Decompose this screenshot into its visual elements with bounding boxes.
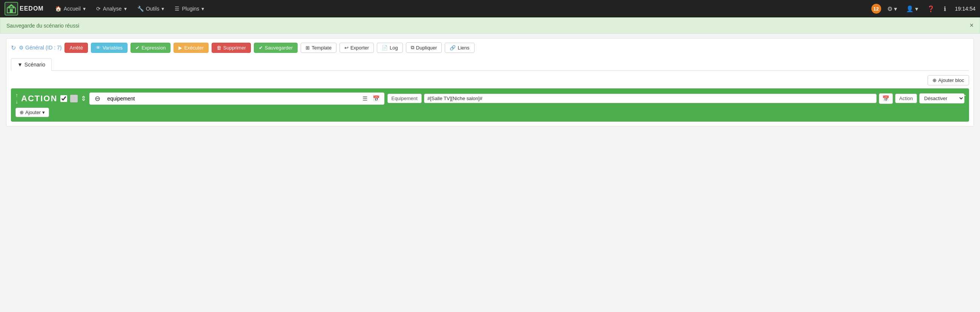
wrench-icon: 🔧 (137, 6, 144, 12)
chevron-down-icon: ▾ (201, 6, 204, 12)
equipment-label: Equipement (387, 94, 422, 103)
filter-icon: ▼ (18, 62, 22, 67)
brand-text: EEDOM (20, 5, 44, 12)
action-block-header: ↑ ↓ ACTION ⇕ ⊖ ☰ 📅 (16, 92, 964, 105)
analyse-icon: ⟳ (96, 6, 101, 12)
nav-right: 12 ⚙ ▾ 👤 ▾ ❓ ℹ 19:14:54 (871, 4, 976, 14)
sauvegarder-button[interactable]: ✔ Sauvegarder (254, 43, 298, 53)
calendar-icon-button[interactable]: 📅 (371, 94, 381, 103)
save-icon: ✔ (259, 45, 263, 51)
arrete-button[interactable]: Arrêté (65, 43, 88, 53)
action-row-right: Equipement 📅 Action Désactiver Activer (387, 93, 964, 104)
action-label: Action (895, 94, 917, 103)
content-area: ↻ ⚙ Général (ID : 7) Arrêté 👁 Variables … (0, 34, 980, 131)
action-checkbox[interactable] (60, 95, 67, 102)
liens-button[interactable]: 🔗 Liens (445, 43, 474, 53)
action-row-container: ⊖ ☰ 📅 Equipement 📅 Action Désactiver (89, 93, 964, 105)
navbar: EEDOM 🏠 Accueil ▾ ⟳ Analyse ▾ 🔧 Outils ▾… (0, 0, 980, 18)
supprimer-button[interactable]: 🗑 Supprimer (212, 43, 251, 53)
current-time: 19:14:54 (955, 6, 976, 12)
chevron-down-icon: ▾ (894, 5, 897, 13)
log-icon: 📄 (382, 45, 388, 51)
action-name-input[interactable] (105, 94, 358, 103)
logo-icon (5, 2, 18, 16)
user-icon: 👤 (906, 5, 913, 13)
info-icon: ℹ (944, 5, 946, 13)
info-btn[interactable]: ℹ (941, 4, 949, 14)
svg-rect-1 (10, 9, 13, 13)
nav-analyse[interactable]: ⟳ Analyse ▾ (91, 0, 132, 18)
nav-outils[interactable]: 🔧 Outils ▾ (132, 0, 170, 18)
alert-close-button[interactable]: × (969, 22, 974, 29)
scenario-refresh-icon[interactable]: ↻ (11, 44, 16, 51)
alert-success: Sauvegarde du scénario réussi × (0, 18, 980, 34)
add-bloc-bar: ⊕ Ajouter bloc (11, 70, 969, 88)
nav-accueil[interactable]: 🏠 Accueil ▾ (50, 0, 91, 18)
sort-icon: ↑ ↓ (16, 92, 19, 105)
executer-button[interactable]: ▶ Exécuter (173, 43, 208, 53)
question-icon: ❓ (927, 5, 935, 13)
general-tab-link[interactable]: ⚙ Général (ID : 7) (19, 45, 62, 51)
action-square (70, 95, 78, 102)
eye-icon: 👁 (96, 45, 101, 51)
chevron-down-icon: ▾ (124, 6, 127, 12)
gear-icon: ⚙ (887, 5, 892, 13)
log-button[interactable]: 📄 Log (377, 43, 403, 53)
action-block: ↑ ↓ ACTION ⇕ ⊖ ☰ 📅 (11, 88, 969, 122)
copy-icon: ⧉ (411, 45, 414, 51)
notification-badge[interactable]: 12 (871, 4, 881, 14)
tab-scenario[interactable]: ▼ Scénario (11, 58, 52, 70)
nav-plugins[interactable]: ☰ Plugins ▾ (169, 0, 209, 18)
settings-btn[interactable]: ⚙ ▾ (884, 4, 900, 14)
plugin-icon: ☰ (175, 6, 180, 12)
expression-button[interactable]: ✔ Expression (130, 43, 170, 53)
link-icon: 🔗 (450, 45, 456, 51)
variables-button[interactable]: 👁 Variables (91, 43, 127, 53)
scenario-nav-tabs: ▼ Scénario (11, 58, 969, 70)
user-btn[interactable]: 👤 ▾ (903, 4, 921, 14)
equipment-calendar-btn[interactable]: 📅 (879, 93, 893, 104)
chevron-down-icon: ▾ (161, 6, 164, 12)
list-icon-button[interactable]: ☰ (361, 94, 369, 103)
gear-icon: ⚙ (19, 45, 24, 51)
scenario-panel: ↻ ⚙ Général (ID : 7) Arrêté 👁 Variables … (6, 38, 974, 126)
move-icon[interactable]: ⇕ (81, 94, 86, 103)
add-bloc-button[interactable]: ⊕ Ajouter bloc (928, 75, 969, 85)
home-icon: 🏠 (55, 6, 62, 12)
brand[interactable]: EEDOM (5, 2, 44, 16)
plus-icon: ⊕ (932, 77, 937, 83)
action-block-title: ↑ ↓ ACTION (16, 92, 57, 105)
ajouter-container: ⊕ Ajouter ▾ (16, 108, 964, 117)
export-icon: ↩ (344, 45, 348, 51)
ajouter-button[interactable]: ⊕ Ajouter ▾ (16, 108, 49, 117)
exporter-button[interactable]: ↩ Exporter (339, 43, 374, 53)
plus-icon: ⊕ (20, 110, 24, 115)
action-select[interactable]: Désactiver Activer (919, 93, 964, 104)
remove-row-button[interactable]: ⊖ (92, 94, 103, 103)
dupliquer-button[interactable]: ⧉ Dupliquer (406, 42, 442, 53)
remove-block-button[interactable]: − (961, 91, 966, 100)
check-icon: ✔ (135, 45, 140, 51)
dropdown-arrow: ▾ (42, 110, 45, 115)
help-btn[interactable]: ❓ (924, 4, 938, 14)
trash-icon: 🗑 (216, 45, 221, 51)
equipment-value-input[interactable] (424, 94, 877, 103)
action-row-left: ⊖ ☰ 📅 (89, 93, 384, 105)
play-icon: ▶ (178, 45, 182, 51)
chevron-down-icon: ▾ (83, 6, 86, 12)
template-icon: ⊞ (305, 45, 310, 51)
template-button[interactable]: ⊞ Template (301, 43, 336, 53)
alert-message: Sauvegarde du scénario réussi (6, 22, 79, 29)
chevron-down-icon: ▾ (915, 5, 918, 13)
